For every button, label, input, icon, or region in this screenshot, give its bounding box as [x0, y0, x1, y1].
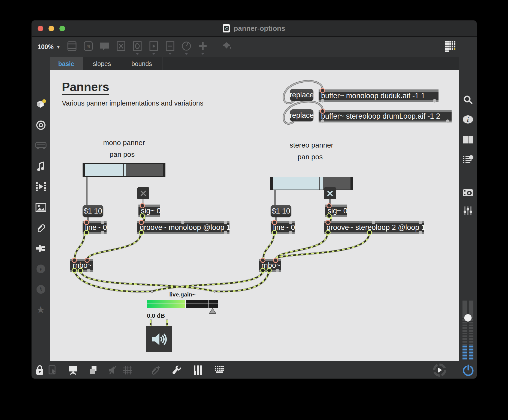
patcher-window: panner-options 100% ▼ m — [32, 20, 477, 379]
close-button[interactable] — [38, 26, 43, 31]
mixer-faders-icon[interactable] — [463, 206, 473, 216]
blog-icon[interactable]: b — [36, 284, 46, 294]
zoom-control[interactable]: 100% ▼ — [38, 43, 61, 51]
run-progress-icon[interactable] — [433, 364, 446, 377]
plugins-icon[interactable] — [35, 244, 46, 253]
snapshot-camera-icon[interactable] — [462, 188, 473, 197]
replace-message-mono[interactable]: replace — [290, 89, 313, 101]
patcher-tabs: basic slopes bounds — [50, 57, 459, 70]
hardware-icon[interactable] — [35, 142, 47, 150]
grid-snap-icon[interactable] — [123, 365, 132, 375]
object-palette-icon[interactable] — [444, 40, 457, 54]
chevron-down-icon: ▼ — [56, 45, 61, 49]
output-level-meter[interactable] — [462, 301, 473, 361]
stereo-toggle[interactable] — [324, 187, 336, 199]
vimeo-icon[interactable]: v — [36, 264, 46, 274]
zoom-window-button[interactable] — [59, 26, 65, 31]
video-files-icon[interactable] — [35, 182, 46, 191]
svg-text:v: v — [40, 266, 42, 272]
chevron-down-icon[interactable] — [152, 53, 156, 55]
new-dial-icon[interactable] — [181, 40, 192, 52]
chevron-down-icon[interactable] — [168, 53, 172, 55]
patcher-canvas[interactable]: Panners Various panner implementations a… — [50, 70, 459, 361]
mono-rnbo-object[interactable]: rnbo~ — [70, 259, 93, 272]
chevron-down-icon[interactable] — [201, 53, 205, 55]
buffer-object-stereo[interactable]: buffer~ stereoloop drumLoop.aif -1 2 — [319, 110, 452, 122]
bottom-toolbar — [32, 361, 477, 379]
mono-sig-object[interactable]: sig~ 0 — [138, 205, 160, 217]
live-gain-handle[interactable] — [209, 308, 216, 314]
audio-mute-icon[interactable] — [108, 365, 119, 375]
live-gain-meter-left — [147, 300, 218, 304]
settings-wrench-icon[interactable] — [171, 365, 182, 375]
console-icon[interactable] — [462, 155, 474, 164]
cord-groove-r-to-rnbo-stereo[interactable] — [276, 234, 369, 259]
mono-line-object[interactable]: line~ 0 — [83, 221, 107, 234]
minimize-button[interactable] — [49, 26, 54, 31]
search-icon[interactable] — [463, 95, 473, 105]
stereo-scale-message[interactable]: $1 10 — [271, 205, 291, 217]
title-bar: panner-options — [32, 20, 477, 37]
stereo-groove-object[interactable]: groove~ stereoloop 2 @loop 1 — [324, 221, 424, 234]
patch-heading: Panners — [62, 80, 109, 95]
attach-file-icon[interactable] — [150, 365, 161, 375]
mono-panner-label: mono panner — [93, 139, 155, 147]
x-icon — [139, 189, 147, 197]
svg-text:b: b — [40, 286, 42, 292]
cord-line-to-rnbo-stereo[interactable] — [263, 234, 274, 259]
favorites-star-icon[interactable]: ★ — [36, 304, 45, 316]
ezdac-speaker-button[interactable] — [146, 326, 172, 352]
max-document-icon — [223, 24, 230, 32]
audio-status-icon[interactable] — [36, 120, 46, 130]
presentation-mode-icon[interactable] — [68, 365, 78, 375]
stereo-panner-label: stereo panner — [282, 141, 341, 149]
new-number-box-icon[interactable] — [132, 40, 143, 52]
inspector-panels-icon[interactable] — [462, 135, 473, 144]
patch-subtitle: Various panner implementations and varia… — [62, 99, 203, 107]
stereo-rnbo-object[interactable]: rnbo~ — [259, 259, 281, 272]
new-comment-icon[interactable] — [99, 40, 110, 52]
info-icon[interactable]: i — [462, 115, 474, 124]
stereo-line-object[interactable]: line~ 0 — [271, 221, 295, 234]
traffic-lights — [38, 26, 65, 31]
volume-knob[interactable] — [464, 314, 471, 322]
mono-scale-message[interactable]: $1 10 — [83, 205, 103, 217]
replace-message-stereo[interactable]: replace — [290, 109, 313, 121]
mono-pan-pos-label: pan pos — [93, 150, 151, 159]
cord-groove-to-rnbo-mono[interactable] — [87, 234, 141, 259]
packages-icon[interactable] — [35, 99, 46, 109]
selection-tool-icon[interactable] — [48, 365, 58, 375]
chevron-down-icon[interactable] — [135, 53, 139, 55]
stereo-pan-pos-label: pan pos — [282, 153, 339, 161]
paint-bucket-icon[interactable] — [221, 40, 232, 52]
chevron-down-icon[interactable] — [185, 53, 188, 55]
svg-text:m: m — [87, 43, 90, 49]
mono-groove-object[interactable]: groove~ monoloop @loop 1 — [137, 221, 229, 234]
new-message-icon[interactable]: m — [83, 40, 94, 52]
buffer-object-mono[interactable]: buffer~ monoloop duduk.aif -1 1 — [319, 89, 439, 102]
new-slider-icon[interactable] — [165, 40, 176, 52]
tab-bounds[interactable]: bounds — [121, 57, 162, 70]
attachments-icon[interactable] — [36, 223, 46, 233]
stereo-sig-object[interactable]: sig~ 0 — [325, 205, 347, 217]
speaker-icon — [151, 332, 168, 347]
stereo-pan-slider[interactable] — [270, 177, 353, 190]
lock-icon[interactable] — [36, 365, 44, 375]
svg-text:i: i — [467, 116, 469, 123]
mono-pan-slider[interactable] — [83, 163, 165, 177]
live-gain-meter-right — [147, 304, 218, 308]
images-icon[interactable] — [35, 203, 46, 212]
new-object-icon[interactable] — [66, 40, 77, 52]
piano-keys-icon[interactable] — [193, 365, 202, 375]
mono-toggle[interactable] — [137, 187, 149, 199]
keyboard-icon[interactable] — [214, 366, 225, 374]
audio-files-icon[interactable] — [36, 161, 46, 172]
audio-power-icon[interactable] — [462, 364, 474, 376]
live-gain-object[interactable]: live.gain~ 0.0 dB — [147, 291, 218, 320]
tab-basic[interactable]: basic — [50, 57, 83, 70]
new-toggle-icon[interactable] — [116, 40, 126, 52]
new-playbar-icon[interactable] — [148, 40, 159, 52]
tab-slopes[interactable]: slopes — [83, 57, 121, 70]
add-object-icon[interactable] — [197, 40, 208, 52]
layers-icon[interactable] — [89, 365, 99, 375]
